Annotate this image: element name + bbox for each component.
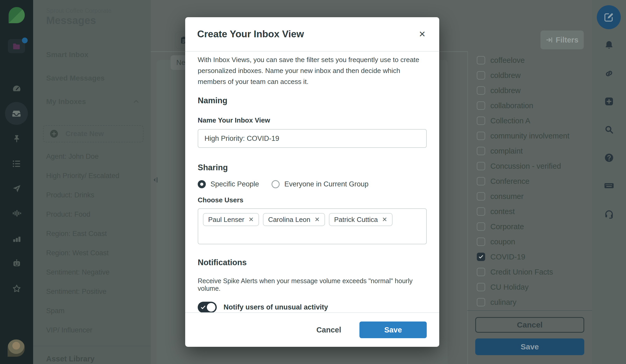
notifications-bell-icon[interactable] bbox=[592, 39, 626, 51]
tag-checkbox[interactable] bbox=[477, 117, 485, 125]
tag-filter-row[interactable]: Credit Union Facts bbox=[467, 264, 592, 280]
inbox-views-list: Agent: John Doe High Priority/ Escalated… bbox=[46, 147, 145, 340]
sharing-heading: Sharing bbox=[198, 163, 427, 172]
choose-users-field[interactable]: Paul Lenser ✕ Carolina Leon ✕ Patrick Cu… bbox=[198, 208, 427, 244]
compose-button[interactable] bbox=[597, 5, 621, 29]
tag-checkbox[interactable] bbox=[477, 192, 485, 201]
tag-label: Conference bbox=[490, 177, 529, 186]
tag-checkbox[interactable] bbox=[477, 177, 485, 185]
tag-filter-row[interactable]: coffeelove bbox=[467, 53, 592, 68]
sidebar-inbox-view-item[interactable]: VIP/ Influencer bbox=[46, 320, 145, 340]
sidebar-inbox-view-item[interactable]: Region: East Coast bbox=[46, 224, 145, 243]
sidebar-inbox-view-item[interactable]: Sentiment: Positive bbox=[46, 282, 145, 301]
inbox-name-input[interactable] bbox=[198, 129, 427, 148]
user-avatar[interactable] bbox=[8, 339, 25, 357]
tag-checkbox[interactable] bbox=[477, 298, 485, 306]
tag-filter-row[interactable]: culinary bbox=[467, 295, 592, 310]
tag-checkbox[interactable] bbox=[477, 101, 485, 110]
automation-bot-nav-icon[interactable] bbox=[0, 258, 33, 269]
name-input-label: Name Your Inbox View bbox=[198, 116, 427, 124]
panel-collapse-handle[interactable] bbox=[152, 176, 160, 185]
tag-filter-row[interactable]: contest bbox=[467, 204, 592, 219]
sidebar-inbox-view-item[interactable]: Product: Drinks bbox=[46, 185, 145, 205]
filters-label: Filters bbox=[556, 36, 578, 44]
sidebar-inbox-view-item[interactable]: Product: Food bbox=[46, 205, 145, 224]
sidebar-group-my-inboxes[interactable]: My Inboxes bbox=[46, 96, 140, 107]
list-nav-icon[interactable] bbox=[0, 158, 33, 169]
spike-alerts-description: Receive Spike Alerts when your message v… bbox=[198, 277, 427, 292]
radio-everyone-current-group[interactable] bbox=[272, 180, 280, 188]
tag-filter-row[interactable]: complaint bbox=[467, 143, 592, 159]
tag-checkbox[interactable] bbox=[477, 253, 485, 261]
filters-button[interactable]: Filters bbox=[540, 31, 584, 49]
search-icon[interactable] bbox=[592, 124, 626, 135]
tag-checkbox[interactable] bbox=[477, 132, 485, 140]
sidebar-inbox-view-item[interactable]: Sentiment: Negative bbox=[46, 263, 145, 282]
sprout-logo-icon[interactable] bbox=[9, 7, 25, 23]
tag-filter-row[interactable]: Concussion - verified bbox=[467, 159, 592, 174]
tag-checkbox[interactable] bbox=[477, 147, 485, 155]
listening-nav-icon[interactable] bbox=[0, 208, 33, 219]
tag-filter-row[interactable]: Conference bbox=[467, 174, 592, 189]
folder-icon bbox=[12, 42, 21, 51]
tag-checkbox[interactable] bbox=[477, 283, 485, 291]
keyboard-shortcuts-icon[interactable] bbox=[592, 180, 626, 191]
sidebar-inbox-view-item[interactable]: Spam bbox=[46, 301, 145, 320]
sidebar-inbox-view-item[interactable]: High Priority/ Escalated bbox=[46, 166, 145, 185]
support-headset-icon[interactable] bbox=[592, 209, 626, 220]
modal-footer: Cancel Save bbox=[185, 312, 439, 347]
tag-label: CU Holiday bbox=[490, 283, 529, 292]
tag-checkbox[interactable] bbox=[477, 71, 485, 80]
sidebar-inbox-view-item[interactable]: Region: West Coast bbox=[46, 243, 145, 263]
dashboard-nav-icon[interactable] bbox=[0, 83, 33, 94]
add-plus-icon[interactable] bbox=[592, 96, 626, 107]
tag-checkbox[interactable] bbox=[477, 222, 485, 231]
link-icon[interactable] bbox=[592, 68, 626, 79]
tag-filter-row[interactable]: coupon bbox=[467, 234, 592, 249]
tag-label: complaint bbox=[490, 147, 523, 155]
tag-filter-row[interactable]: collaboration bbox=[467, 98, 592, 113]
user-tag: Carolina Leon ✕ bbox=[263, 213, 325, 226]
tag-filter-row[interactable]: community involvement bbox=[467, 128, 592, 143]
pin-nav-icon[interactable] bbox=[0, 133, 33, 144]
sidebar-item-smart-inbox[interactable]: Smart Inbox bbox=[46, 50, 140, 60]
tag-label: Collection A bbox=[490, 117, 530, 125]
sidebar-inbox-view-item[interactable]: Agent: John Doe bbox=[46, 147, 145, 166]
tag-filter-row[interactable]: coldbrew bbox=[467, 83, 592, 98]
inbox-nav-icon-active[interactable] bbox=[5, 102, 28, 125]
reports-nav-icon[interactable] bbox=[0, 233, 33, 245]
tag-checkbox[interactable] bbox=[477, 86, 485, 95]
check-icon bbox=[478, 254, 484, 260]
sidebar-item-label: Saved Messages bbox=[46, 74, 105, 82]
close-icon[interactable]: ✕ bbox=[417, 30, 427, 39]
tag-checkbox[interactable] bbox=[477, 56, 485, 64]
create-new-button[interactable]: Create New bbox=[43, 125, 143, 142]
modal-description: With Inbox Views, you can save the filte… bbox=[198, 54, 421, 87]
reviews-star-nav-icon[interactable] bbox=[0, 283, 33, 294]
remove-user-icon[interactable]: ✕ bbox=[315, 216, 320, 223]
tag-filter-row[interactable]: COVID-19 bbox=[467, 249, 592, 264]
notify-toggle-row: Notify users of unusual activity bbox=[198, 302, 427, 313]
tag-checkbox[interactable] bbox=[477, 238, 485, 246]
radio-specific-people[interactable] bbox=[198, 180, 206, 188]
modal-cancel-button[interactable]: Cancel bbox=[315, 325, 343, 335]
modal-save-button[interactable]: Save bbox=[359, 321, 427, 338]
publishing-nav-icon[interactable] bbox=[0, 183, 33, 194]
tag-checkbox[interactable] bbox=[477, 268, 485, 276]
tag-filter-row[interactable]: CU Holiday bbox=[467, 280, 592, 295]
sidebar-item-asset-library[interactable]: Asset Library bbox=[46, 355, 94, 363]
tag-filter-row[interactable]: coldbrew bbox=[467, 68, 592, 83]
tag-panel-save-button[interactable]: Save bbox=[475, 338, 584, 355]
sidebar-item-saved-messages[interactable]: Saved Messages bbox=[46, 73, 140, 83]
tag-checkbox[interactable] bbox=[477, 207, 485, 216]
tag-filter-row[interactable]: consumer bbox=[467, 189, 592, 204]
remove-user-icon[interactable]: ✕ bbox=[249, 216, 254, 223]
help-question-icon[interactable] bbox=[592, 152, 626, 163]
tag-checkbox[interactable] bbox=[477, 162, 485, 170]
remove-user-icon[interactable]: ✕ bbox=[382, 216, 387, 223]
tag-filter-row[interactable]: Corporate bbox=[467, 219, 592, 234]
user-tag-name: Carolina Leon bbox=[268, 216, 310, 224]
notify-toggle-on[interactable] bbox=[198, 302, 217, 313]
tag-filter-row[interactable]: Collection A bbox=[467, 113, 592, 128]
tag-panel-cancel-button[interactable]: Cancel bbox=[475, 317, 584, 333]
